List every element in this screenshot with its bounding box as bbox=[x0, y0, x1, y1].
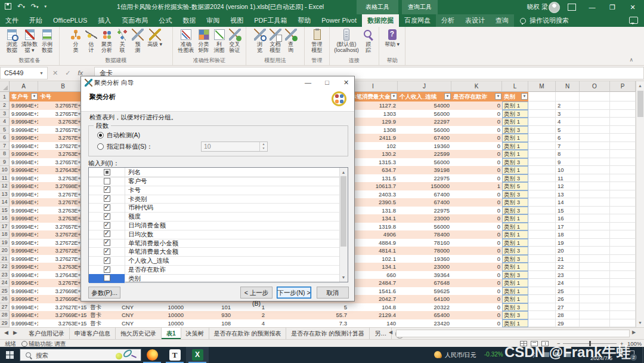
ribbon-button-associate[interactable]: 关联 bbox=[115, 29, 129, 53]
table-header-a[interactable]: 客户号▼ bbox=[10, 92, 38, 101]
ribbon-tab-数据[interactable]: 数据 bbox=[177, 14, 201, 27]
row-header-3[interactable]: 3 bbox=[0, 110, 10, 118]
cancel-entry-icon[interactable]: ✕ bbox=[52, 67, 58, 79]
row-header-10[interactable]: 10 bbox=[0, 166, 10, 174]
ribbon-tab-查询[interactable]: 查询 bbox=[490, 14, 514, 27]
ribbon-button-browse-model[interactable]: 浏览 bbox=[253, 29, 267, 53]
row-header-14[interactable]: 14 bbox=[0, 198, 10, 207]
ribbon-tab-审阅[interactable]: 审阅 bbox=[201, 14, 225, 27]
input-column-row-日均次数[interactable]: 日均次数 bbox=[89, 230, 340, 239]
list-scrollbar[interactable]: ▲ ▼ bbox=[339, 168, 348, 282]
ribbon-button-document-model[interactable]: 文档模型 bbox=[268, 29, 283, 53]
ribbon-tab-帮助[interactable]: 帮助 bbox=[292, 14, 316, 27]
ribbon-button-accuracy-chart[interactable]: 准确性图表 bbox=[177, 29, 196, 53]
row-header-5[interactable]: 5 bbox=[0, 126, 10, 134]
input-column-row-客户号[interactable]: 客户号 bbox=[89, 177, 340, 186]
ribbon-tab-百度网盘[interactable]: 百度网盘 bbox=[399, 14, 436, 27]
row-header-26[interactable]: 26 bbox=[0, 295, 10, 303]
row-header-4[interactable]: 4 bbox=[0, 118, 10, 126]
checkbox-单笔消费最大金额[interactable] bbox=[104, 248, 110, 255]
back-button[interactable]: < 上一步(B) bbox=[240, 287, 273, 299]
column-header-O[interactable]: O bbox=[580, 81, 610, 92]
start-button-icon[interactable] bbox=[6, 351, 14, 359]
ribbon-button-help[interactable]: 帮助 ▾ bbox=[383, 29, 401, 47]
checkbox-额度[interactable] bbox=[104, 213, 110, 220]
dialog-close-icon[interactable]: ✕ bbox=[338, 76, 355, 88]
row-header-28[interactable]: 28 bbox=[0, 311, 10, 319]
ribbon-button-manage-models[interactable]: 管理模型 bbox=[310, 29, 324, 53]
ribbon-tab-PDF工具箱[interactable]: PDF工具箱 bbox=[249, 14, 292, 27]
ribbon-button-classify[interactable]: 分类 bbox=[69, 29, 83, 53]
spinner-arrows-icon[interactable]: ▲▼ bbox=[259, 142, 267, 151]
input-column-row-单笔消费最大金额[interactable]: 单笔消费最大金额 bbox=[89, 247, 340, 257]
vertical-scrollbar[interactable]: ▲ ▼ bbox=[636, 81, 644, 327]
column-header-J[interactable]: J bbox=[398, 81, 451, 92]
list-scroll-up-icon[interactable]: ▲ bbox=[340, 168, 347, 176]
sheet-tab-表1[interactable]: 表1 bbox=[162, 328, 181, 339]
checkbox-类别[interactable] bbox=[104, 275, 110, 281]
sheet-tab-是否存在欺诈 的预测报表[interactable]: 是否存在欺诈 的预测报表 bbox=[209, 328, 287, 339]
cancel-button[interactable]: 取消 bbox=[317, 287, 349, 299]
row-header-2[interactable]: 2 bbox=[0, 101, 10, 110]
row-header-8[interactable]: 8 bbox=[0, 150, 10, 158]
input-column-row-卡号[interactable]: 卡号 bbox=[89, 186, 340, 195]
row-header-13[interactable]: 13 bbox=[0, 190, 10, 199]
row-header-15[interactable]: 15 bbox=[0, 207, 10, 215]
ribbon-button-profit-chart[interactable]: 利润图 bbox=[212, 29, 227, 53]
row-header-23[interactable]: 23 bbox=[0, 271, 10, 279]
sheet-tab-拖欠历史记录[interactable]: 拖欠历史记录 bbox=[116, 328, 162, 339]
taskbar-app-excel[interactable]: X bbox=[186, 347, 209, 363]
ribbon-button-cluster[interactable]: 聚类分析 bbox=[100, 29, 114, 53]
taskbar-app-firefox[interactable] bbox=[141, 347, 163, 363]
row-header-11[interactable]: 11 bbox=[0, 174, 10, 183]
redo-icon[interactable]: ↷▾ bbox=[31, 2, 39, 10]
table-header-j[interactable]: 个人收入_连续▼ bbox=[398, 92, 451, 101]
horizontal-scrollbar[interactable] bbox=[396, 330, 630, 337]
ribbon-button-connection[interactable]: (默认值)(localhost) bbox=[333, 29, 360, 53]
maximize-button[interactable]: ❐ bbox=[602, 0, 623, 14]
vertical-scroll-thumb[interactable] bbox=[637, 91, 643, 117]
checkbox-是否存在欺诈[interactable] bbox=[104, 266, 110, 273]
row-header-16[interactable]: 16 bbox=[0, 214, 10, 223]
next-button[interactable]: 下一步(N) > bbox=[277, 287, 311, 299]
hscroll-left-icon[interactable]: ◀ bbox=[389, 330, 392, 335]
filter-icon[interactable]: ▼ bbox=[444, 93, 451, 100]
table-header-l[interactable]: 类别▼ bbox=[502, 92, 528, 101]
ribbon-tab-文件[interactable]: 文件 bbox=[0, 14, 24, 27]
dialog-minimize-icon[interactable]: — bbox=[299, 76, 317, 88]
checkbox-卡号[interactable] bbox=[104, 186, 110, 193]
ribbon-button-trace[interactable]: 跟踪 bbox=[361, 29, 376, 53]
sheet-tab-申请客户信息[interactable]: 申请客户信息 bbox=[70, 328, 116, 339]
ribbon-tab-数据挖掘[interactable]: 数据挖掘 bbox=[362, 14, 399, 27]
input-column-row-单笔消费最小金额[interactable]: 单笔消费最小金额 bbox=[89, 239, 340, 248]
ribbon-tab-OfficePLUS[interactable]: OfficePLUS bbox=[48, 14, 92, 27]
sheet-tab-决策树[interactable]: 决策树 bbox=[181, 328, 209, 339]
input-column-row-日均消费金额[interactable]: 日均消费金额 bbox=[89, 221, 340, 230]
row-header-22[interactable]: 22 bbox=[0, 263, 10, 271]
ribbon-tab-分析[interactable]: 分析 bbox=[436, 14, 460, 27]
currency-widget-icon[interactable] bbox=[434, 351, 441, 358]
taskbar-search-input[interactable]: 搜索 bbox=[20, 349, 141, 361]
ribbon-tab-Power Pivot[interactable]: Power Pivot bbox=[316, 14, 362, 27]
column-header-L[interactable]: L bbox=[502, 81, 528, 92]
target-value-spinner[interactable]: 10 ▲▼ bbox=[201, 141, 268, 152]
confirm-entry-icon[interactable]: ✓ bbox=[65, 67, 70, 79]
ribbon-button-advanced[interactable]: 高级 ▾ bbox=[146, 29, 163, 53]
table-header-i[interactable]: 单笔消费最大金额▼ bbox=[349, 92, 398, 101]
row-header-7[interactable]: 7 bbox=[0, 142, 10, 150]
ribbon-tab-页面布局[interactable]: 页面布局 bbox=[116, 14, 153, 27]
input-column-row-是否存在欺诈[interactable]: 是否存在欺诈 bbox=[89, 265, 340, 275]
list-scroll-down-icon[interactable]: ▼ bbox=[340, 273, 347, 281]
row-header-9[interactable]: 9 bbox=[0, 158, 10, 167]
checkbox-币种代码[interactable] bbox=[104, 204, 110, 211]
ribbon-tab-公式[interactable]: 公式 bbox=[153, 14, 177, 27]
ribbon-button-clear-data[interactable]: 清除数据 ▾ bbox=[20, 29, 39, 53]
ribbon-display-options-icon[interactable] bbox=[568, 4, 576, 11]
filter-icon[interactable]: ▼ bbox=[495, 93, 501, 100]
ribbon-button-forecast[interactable]: 预测 bbox=[131, 29, 145, 53]
row-header-17[interactable]: 17 bbox=[0, 223, 10, 231]
ribbon-button-classification-matrix[interactable]: 分类矩阵 bbox=[197, 29, 211, 53]
currency-pair[interactable]: 人民币/日元 bbox=[445, 351, 476, 359]
auto-detect-radio[interactable] bbox=[97, 132, 104, 139]
save-icon[interactable] bbox=[5, 3, 11, 10]
